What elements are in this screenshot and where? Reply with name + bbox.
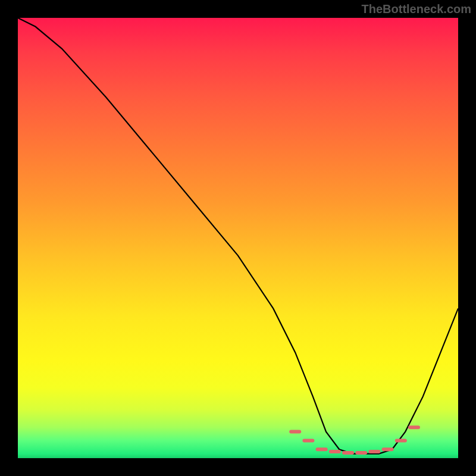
bottleneck-curve-line	[18, 18, 458, 454]
highlight-markers	[291, 427, 418, 453]
watermark-label: TheBottleneck.com	[362, 2, 471, 16]
chart-frame	[18, 18, 458, 458]
chart-svg	[18, 18, 458, 458]
